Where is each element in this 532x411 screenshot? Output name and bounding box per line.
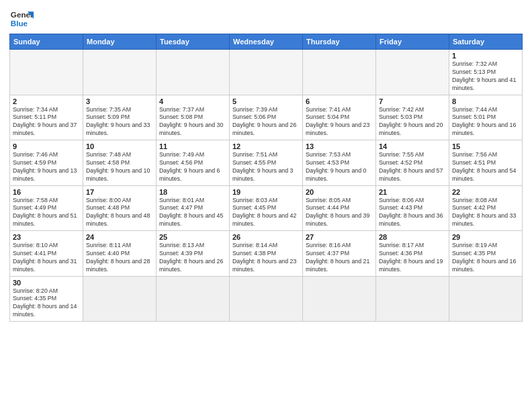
- week-row-3: 16Sunrise: 7:58 AM Sunset: 4:49 PM Dayli…: [10, 185, 523, 231]
- calendar-cell: 21Sunrise: 8:06 AM Sunset: 4:43 PM Dayli…: [376, 185, 449, 231]
- week-row-5: 30Sunrise: 8:20 AM Sunset: 4:35 PM Dayli…: [10, 276, 523, 322]
- day-number: 9: [13, 142, 80, 150]
- day-info: Sunrise: 8:03 AM Sunset: 4:45 PM Dayligh…: [232, 197, 300, 229]
- logo: General Blue: [9, 7, 35, 31]
- day-info: Sunrise: 7:37 AM Sunset: 5:08 PM Dayligh…: [159, 106, 226, 138]
- calendar-cell: 3Sunrise: 7:35 AM Sunset: 5:09 PM Daylig…: [83, 95, 157, 140]
- calendar-cell: [230, 50, 303, 95]
- day-number: 22: [452, 188, 519, 196]
- calendar-cell: 19Sunrise: 8:03 AM Sunset: 4:45 PM Dayli…: [230, 185, 303, 231]
- calendar-cell: 9Sunrise: 7:46 AM Sunset: 4:59 PM Daylig…: [10, 140, 83, 186]
- day-info: Sunrise: 7:49 AM Sunset: 4:56 PM Dayligh…: [159, 151, 226, 183]
- page: General Blue SundayMondayTuesdayWednesda…: [0, 0, 532, 328]
- calendar-cell: 15Sunrise: 7:56 AM Sunset: 4:51 PM Dayli…: [449, 140, 523, 186]
- calendar-cell: [376, 276, 449, 322]
- column-header-sunday: Sunday: [10, 34, 83, 50]
- calendar-cell: 25Sunrise: 8:13 AM Sunset: 4:39 PM Dayli…: [157, 231, 230, 277]
- day-number: 30: [13, 279, 80, 287]
- calendar-cell: 5Sunrise: 7:39 AM Sunset: 5:06 PM Daylig…: [230, 95, 303, 140]
- day-number: 4: [159, 97, 226, 105]
- calendar-cell: 29Sunrise: 8:19 AM Sunset: 4:35 PM Dayli…: [449, 231, 523, 277]
- header-row: SundayMondayTuesdayWednesdayThursdayFrid…: [10, 34, 523, 50]
- calendar-cell: 18Sunrise: 8:01 AM Sunset: 4:47 PM Dayli…: [157, 185, 230, 231]
- calendar-cell: 17Sunrise: 8:00 AM Sunset: 4:48 PM Dayli…: [83, 185, 157, 231]
- calendar-cell: 6Sunrise: 7:41 AM Sunset: 5:04 PM Daylig…: [303, 95, 376, 140]
- column-header-friday: Friday: [376, 34, 449, 50]
- calendar-cell: 7Sunrise: 7:42 AM Sunset: 5:03 PM Daylig…: [376, 95, 449, 140]
- day-number: 10: [86, 142, 153, 150]
- day-number: 7: [379, 97, 446, 105]
- day-number: 2: [13, 97, 80, 105]
- calendar-cell: [376, 50, 449, 95]
- day-info: Sunrise: 8:16 AM Sunset: 4:37 PM Dayligh…: [306, 242, 373, 274]
- week-row-0: 1Sunrise: 7:32 AM Sunset: 5:13 PM Daylig…: [10, 50, 523, 95]
- day-number: 8: [452, 97, 519, 105]
- day-info: Sunrise: 7:56 AM Sunset: 4:51 PM Dayligh…: [452, 151, 519, 183]
- calendar-cell: 11Sunrise: 7:49 AM Sunset: 4:56 PM Dayli…: [157, 140, 230, 186]
- calendar-cell: 1Sunrise: 7:32 AM Sunset: 5:13 PM Daylig…: [449, 50, 523, 95]
- week-row-1: 2Sunrise: 7:34 AM Sunset: 5:11 PM Daylig…: [10, 95, 523, 140]
- day-number: 26: [232, 233, 300, 241]
- week-row-2: 9Sunrise: 7:46 AM Sunset: 4:59 PM Daylig…: [10, 140, 523, 186]
- day-info: Sunrise: 7:42 AM Sunset: 5:03 PM Dayligh…: [379, 106, 446, 138]
- calendar-cell: [83, 50, 157, 95]
- calendar-cell: [303, 50, 376, 95]
- calendar-cell: 28Sunrise: 8:17 AM Sunset: 4:36 PM Dayli…: [376, 231, 449, 277]
- day-info: Sunrise: 7:58 AM Sunset: 4:49 PM Dayligh…: [13, 197, 80, 229]
- day-number: 3: [86, 97, 153, 105]
- calendar-cell: 23Sunrise: 8:10 AM Sunset: 4:41 PM Dayli…: [10, 231, 83, 277]
- day-number: 1: [452, 52, 519, 60]
- header: General Blue: [9, 7, 523, 31]
- day-info: Sunrise: 8:11 AM Sunset: 4:40 PM Dayligh…: [86, 242, 153, 274]
- calendar-cell: 16Sunrise: 7:58 AM Sunset: 4:49 PM Dayli…: [10, 185, 83, 231]
- day-info: Sunrise: 7:48 AM Sunset: 4:58 PM Dayligh…: [86, 151, 153, 183]
- calendar-cell: [83, 276, 157, 322]
- day-info: Sunrise: 8:05 AM Sunset: 4:44 PM Dayligh…: [306, 197, 373, 229]
- svg-text:Blue: Blue: [11, 19, 28, 28]
- day-info: Sunrise: 7:35 AM Sunset: 5:09 PM Dayligh…: [86, 106, 153, 138]
- day-info: Sunrise: 7:44 AM Sunset: 5:01 PM Dayligh…: [452, 106, 519, 138]
- calendar-cell: 27Sunrise: 8:16 AM Sunset: 4:37 PM Dayli…: [303, 231, 376, 277]
- day-number: 17: [86, 188, 153, 196]
- day-info: Sunrise: 8:19 AM Sunset: 4:35 PM Dayligh…: [452, 242, 519, 274]
- calendar-cell: 8Sunrise: 7:44 AM Sunset: 5:01 PM Daylig…: [449, 95, 523, 140]
- calendar-cell: 24Sunrise: 8:11 AM Sunset: 4:40 PM Dayli…: [83, 231, 157, 277]
- day-info: Sunrise: 7:41 AM Sunset: 5:04 PM Dayligh…: [306, 106, 373, 138]
- calendar-cell: 12Sunrise: 7:51 AM Sunset: 4:55 PM Dayli…: [230, 140, 303, 186]
- calendar-cell: 2Sunrise: 7:34 AM Sunset: 5:11 PM Daylig…: [10, 95, 83, 140]
- calendar-cell: 13Sunrise: 7:53 AM Sunset: 4:53 PM Dayli…: [303, 140, 376, 186]
- day-info: Sunrise: 8:00 AM Sunset: 4:48 PM Dayligh…: [86, 197, 153, 229]
- column-header-tuesday: Tuesday: [157, 34, 230, 50]
- calendar-table: SundayMondayTuesdayWednesdayThursdayFrid…: [9, 34, 523, 322]
- calendar-cell: 14Sunrise: 7:55 AM Sunset: 4:52 PM Dayli…: [376, 140, 449, 186]
- day-info: Sunrise: 8:13 AM Sunset: 4:39 PM Dayligh…: [159, 242, 226, 274]
- logo-icon: General Blue: [9, 7, 34, 31]
- day-info: Sunrise: 8:17 AM Sunset: 4:36 PM Dayligh…: [379, 242, 446, 274]
- day-number: 20: [306, 188, 373, 196]
- day-info: Sunrise: 7:34 AM Sunset: 5:11 PM Dayligh…: [13, 106, 80, 138]
- calendar-cell: 26Sunrise: 8:14 AM Sunset: 4:38 PM Dayli…: [230, 231, 303, 277]
- week-row-4: 23Sunrise: 8:10 AM Sunset: 4:41 PM Dayli…: [10, 231, 523, 277]
- day-info: Sunrise: 7:55 AM Sunset: 4:52 PM Dayligh…: [379, 151, 446, 183]
- day-info: Sunrise: 7:46 AM Sunset: 4:59 PM Dayligh…: [13, 151, 80, 183]
- day-info: Sunrise: 7:39 AM Sunset: 5:06 PM Dayligh…: [232, 106, 300, 138]
- calendar-cell: [230, 276, 303, 322]
- calendar-cell: [10, 50, 83, 95]
- calendar-cell: 22Sunrise: 8:08 AM Sunset: 4:42 PM Dayli…: [449, 185, 523, 231]
- column-header-saturday: Saturday: [449, 34, 523, 50]
- day-info: Sunrise: 8:20 AM Sunset: 4:35 PM Dayligh…: [13, 287, 80, 320]
- column-header-wednesday: Wednesday: [230, 34, 303, 50]
- calendar-cell: [303, 276, 376, 322]
- day-number: 23: [13, 233, 80, 241]
- calendar-cell: 30Sunrise: 8:20 AM Sunset: 4:35 PM Dayli…: [10, 276, 83, 322]
- day-info: Sunrise: 7:32 AM Sunset: 5:13 PM Dayligh…: [452, 60, 519, 93]
- day-number: 18: [159, 188, 226, 196]
- day-number: 12: [232, 142, 300, 150]
- day-info: Sunrise: 7:51 AM Sunset: 4:55 PM Dayligh…: [232, 151, 300, 183]
- day-info: Sunrise: 8:08 AM Sunset: 4:42 PM Dayligh…: [452, 197, 519, 229]
- day-info: Sunrise: 7:53 AM Sunset: 4:53 PM Dayligh…: [306, 151, 373, 183]
- day-number: 24: [86, 233, 153, 241]
- column-header-thursday: Thursday: [303, 34, 376, 50]
- calendar-cell: [449, 276, 523, 322]
- calendar-cell: [157, 276, 230, 322]
